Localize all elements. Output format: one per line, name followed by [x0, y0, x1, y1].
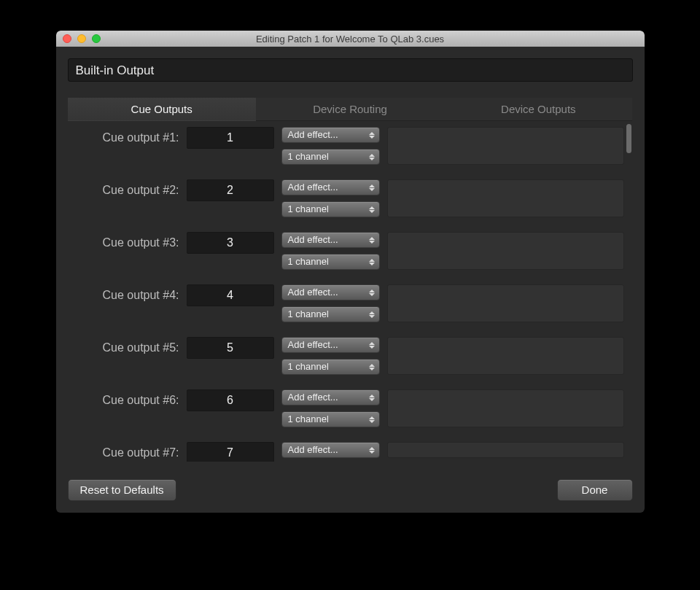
channel-count-select[interactable]: 1 channel: [281, 306, 380, 322]
select-label: 1 channel: [288, 203, 329, 214]
cue-output-selects: Add effect... 1 channel: [281, 127, 380, 165]
stepper-icon: [367, 308, 377, 320]
cue-output-selects: Add effect... 1 channel: [281, 284, 380, 322]
minimize-icon[interactable]: [77, 34, 86, 43]
scrollbar-thumb[interactable]: [626, 124, 631, 153]
cue-output-scroll-area: Cue output #1: 1 Add effect... 1 channel: [68, 121, 633, 462]
add-effect-select[interactable]: Add effect...: [281, 179, 380, 195]
cue-output-list: Cue output #1: 1 Add effect... 1 channel: [68, 121, 633, 462]
add-effect-select[interactable]: Add effect...: [281, 337, 380, 353]
effects-area[interactable]: [387, 179, 624, 217]
cue-output-name-field[interactable]: 5: [187, 337, 274, 359]
cue-output-row: Cue output #3: 3 Add effect... 1 channel: [68, 226, 633, 276]
tab-device-outputs[interactable]: Device Outputs: [444, 98, 632, 121]
effects-area[interactable]: [387, 232, 624, 270]
effects-area[interactable]: [387, 337, 624, 375]
select-label: Add effect...: [288, 392, 338, 403]
select-label: Add effect...: [288, 287, 338, 298]
select-label: 1 channel: [288, 308, 329, 319]
cue-output-label: Cue output #3:: [74, 232, 179, 249]
stepper-icon: [367, 339, 377, 351]
cue-output-label: Cue output #5:: [74, 337, 179, 354]
stepper-icon: [367, 414, 377, 425]
stepper-icon: [367, 151, 377, 163]
patch-editor-window: Editing Patch 1 for Welcome To QLab 3.cu…: [56, 31, 645, 513]
cue-output-name-field[interactable]: 6: [187, 389, 274, 411]
add-effect-select[interactable]: Add effect...: [281, 127, 380, 143]
select-label: 1 channel: [288, 414, 329, 424]
cue-output-row: Cue output #5: 5 Add effect... 1 channel: [68, 331, 633, 381]
select-label: Add effect...: [288, 444, 338, 455]
stepper-icon: [367, 361, 377, 373]
zoom-icon[interactable]: [92, 34, 101, 43]
close-icon[interactable]: [63, 34, 71, 43]
cue-output-label: Cue output #6:: [74, 389, 179, 407]
select-label: 1 channel: [288, 256, 329, 267]
cue-output-name-field[interactable]: 2: [187, 179, 274, 201]
effects-area[interactable]: [387, 442, 624, 458]
stepper-icon: [367, 182, 377, 193]
done-button[interactable]: Done: [557, 479, 633, 501]
cue-output-selects: Add effect...: [281, 442, 380, 458]
stepper-icon: [367, 444, 377, 456]
footer: Reset to Defaults Done: [56, 470, 645, 513]
add-effect-select[interactable]: Add effect...: [281, 442, 380, 458]
tab-device-routing[interactable]: Device Routing: [256, 98, 444, 121]
stepper-icon: [367, 287, 377, 298]
stepper-icon: [367, 203, 377, 215]
cue-output-label: Cue output #4:: [74, 284, 179, 302]
device-name-field[interactable]: Built-in Output: [68, 58, 633, 82]
cue-output-row: Cue output #4: 4 Add effect... 1 channel: [68, 279, 633, 328]
channel-count-select[interactable]: 1 channel: [281, 359, 380, 375]
channel-count-select[interactable]: 1 channel: [281, 411, 380, 427]
window-controls: [63, 34, 101, 43]
channel-count-select[interactable]: 1 channel: [281, 201, 380, 217]
effects-area[interactable]: [387, 284, 624, 322]
cue-output-label: Cue output #7:: [74, 442, 179, 459]
stepper-icon: [367, 392, 377, 403]
cue-output-row: Cue output #6: 6 Add effect... 1 channel: [68, 384, 633, 433]
titlebar: Editing Patch 1 for Welcome To QLab 3.cu…: [56, 31, 645, 47]
cue-output-label: Cue output #1:: [74, 127, 179, 144]
cue-output-name-field[interactable]: 7: [187, 442, 274, 462]
select-label: Add effect...: [288, 339, 338, 350]
select-label: Add effect...: [288, 234, 338, 245]
cue-output-selects: Add effect... 1 channel: [281, 179, 380, 217]
effects-area[interactable]: [387, 389, 624, 427]
add-effect-select[interactable]: Add effect...: [281, 389, 380, 405]
add-effect-select[interactable]: Add effect...: [281, 284, 380, 300]
window-title: Editing Patch 1 for Welcome To QLab 3.cu…: [56, 34, 645, 44]
effects-area[interactable]: [387, 127, 624, 165]
cue-output-selects: Add effect... 1 channel: [281, 337, 380, 375]
cue-output-name-field[interactable]: 3: [187, 232, 274, 254]
stepper-icon: [367, 256, 377, 268]
cue-output-row: Cue output #1: 1 Add effect... 1 channel: [68, 121, 633, 171]
reset-to-defaults-button[interactable]: Reset to Defaults: [68, 479, 176, 501]
cue-output-selects: Add effect... 1 channel: [281, 389, 380, 427]
cue-output-selects: Add effect... 1 channel: [281, 232, 380, 270]
stepper-icon: [367, 129, 377, 141]
select-label: Add effect...: [288, 129, 338, 140]
stepper-icon: [367, 234, 377, 246]
cue-output-name-field[interactable]: 4: [187, 284, 274, 306]
select-label: Add effect...: [288, 182, 338, 193]
add-effect-select[interactable]: Add effect...: [281, 232, 380, 248]
channel-count-select[interactable]: 1 channel: [281, 254, 380, 270]
cue-output-label: Cue output #2:: [74, 179, 179, 197]
cue-output-row: Cue output #2: 2 Add effect... 1 channel: [68, 174, 633, 223]
tab-cue-outputs[interactable]: Cue Outputs: [68, 98, 256, 121]
cue-output-name-field[interactable]: 1: [187, 127, 274, 149]
channel-count-select[interactable]: 1 channel: [281, 149, 380, 165]
select-label: 1 channel: [288, 361, 329, 372]
window-content: Built-in Output Cue Outputs Device Routi…: [56, 47, 645, 470]
select-label: 1 channel: [288, 151, 329, 162]
cue-output-row: Cue output #7: 7 Add effect...: [68, 436, 633, 462]
tab-bar: Cue Outputs Device Routing Device Output…: [68, 98, 633, 121]
